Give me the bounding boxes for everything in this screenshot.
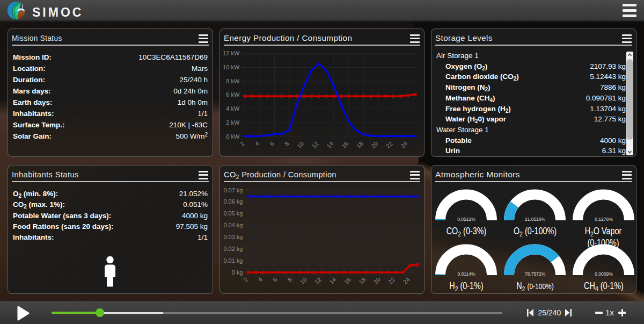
svg-text:0.04 kg: 0.04 kg <box>223 222 243 228</box>
svg-text:20: 20 <box>372 276 382 285</box>
svg-text:0 kW: 0 kW <box>226 133 240 140</box>
svg-text:14: 14 <box>325 140 334 149</box>
svg-text:2 kW: 2 kW <box>226 119 240 126</box>
svg-text:10 kW: 10 kW <box>223 64 240 70</box>
svg-text:16: 16 <box>343 276 352 285</box>
svg-text:14: 14 <box>328 276 337 285</box>
svg-text:6 kW: 6 kW <box>226 91 240 98</box>
svg-text:18: 18 <box>355 140 364 149</box>
svg-text:16: 16 <box>340 140 349 149</box>
svg-text:4: 4 <box>253 140 260 147</box>
svg-text:4 kW: 4 kW <box>226 105 240 112</box>
svg-text:8 kW: 8 kW <box>226 78 240 84</box>
svg-text:6: 6 <box>268 140 275 147</box>
svg-text:10: 10 <box>296 140 305 149</box>
svg-text:0.03 kg: 0.03 kg <box>223 234 243 240</box>
svg-text:18: 18 <box>357 276 367 285</box>
svg-text:24: 24 <box>399 140 408 149</box>
svg-text:20: 20 <box>370 140 379 149</box>
svg-text:4: 4 <box>257 276 264 283</box>
svg-text:2: 2 <box>242 276 249 283</box>
svg-text:0.06 kg: 0.06 kg <box>223 198 243 205</box>
svg-text:0.07 kg: 0.07 kg <box>223 187 243 193</box>
svg-text:10: 10 <box>299 276 308 285</box>
svg-text:8: 8 <box>283 140 290 147</box>
svg-text:0 kg: 0 kg <box>232 269 243 276</box>
svg-text:12: 12 <box>313 276 323 285</box>
svg-text:12: 12 <box>311 140 320 149</box>
svg-text:8: 8 <box>286 276 293 283</box>
svg-text:2: 2 <box>239 140 246 147</box>
svg-text:24: 24 <box>402 276 411 285</box>
svg-text:6: 6 <box>272 276 279 283</box>
svg-text:22: 22 <box>387 276 396 285</box>
svg-text:0.01 kg: 0.01 kg <box>223 257 243 264</box>
svg-text:12 kW: 12 kW <box>223 50 240 56</box>
svg-text:0.02 kg: 0.02 kg <box>223 246 243 252</box>
svg-text:22: 22 <box>385 140 394 149</box>
svg-text:0.05 kg: 0.05 kg <box>223 210 243 217</box>
